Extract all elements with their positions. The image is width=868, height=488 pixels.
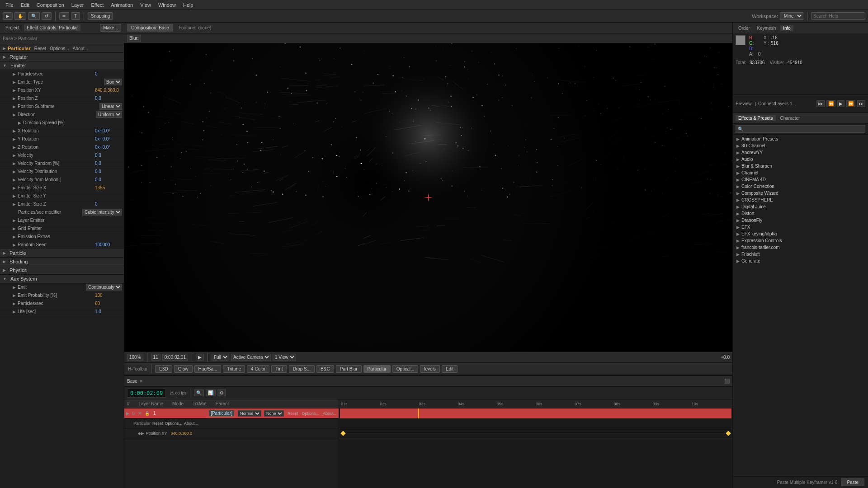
h-tint-btn[interactable]: Tint (271, 365, 287, 373)
pos-xy-expand[interactable]: ▶ (141, 431, 144, 436)
menu-effect[interactable]: Effect (87, 1, 107, 9)
aux-particles-sec-val[interactable]: 60 (95, 301, 122, 306)
cat-channel[interactable]: ▶ Channel (734, 169, 867, 176)
h-hue-btn[interactable]: Hue/Sa... (194, 365, 222, 373)
menu-composition[interactable]: Composition (33, 1, 68, 9)
menu-help[interactable]: Help (179, 1, 197, 9)
position-xy-val[interactable]: 640.0,360.0 (95, 88, 122, 93)
h-particular-btn[interactable]: Particular (363, 365, 391, 373)
about-btn[interactable]: About... (73, 46, 88, 51)
blur-btn[interactable]: Blur: (127, 35, 141, 42)
frame-btn[interactable]: 11 (151, 354, 160, 361)
layer-expand-1[interactable]: ▶ (126, 411, 129, 416)
effects-search-input[interactable] (736, 125, 865, 133)
layer-vis-1[interactable]: 👁 (138, 411, 142, 416)
layer-mode-1[interactable]: Normal (238, 410, 261, 417)
tool-select[interactable]: ▶ (3, 12, 13, 20)
preview-next-btn[interactable]: ⏭ (857, 100, 865, 107)
tool-hand[interactable]: ✋ (14, 12, 26, 20)
preview-prev-btn[interactable]: ⏮ (816, 100, 825, 107)
layer-about-1[interactable]: About... (323, 411, 337, 416)
tab-character[interactable]: Character (778, 115, 803, 121)
tl-graph-btn[interactable]: 📊 (206, 389, 216, 396)
random-seed-val[interactable]: 100000 (95, 242, 122, 247)
cat-audio[interactable]: ▶ Audio (734, 156, 867, 163)
h-optical-btn[interactable]: Optical... (392, 365, 418, 373)
cat-generate[interactable]: ▶ Generate (734, 258, 867, 264)
comp-tab-timeline[interactable]: Base (127, 379, 137, 384)
shading-section[interactable]: ▶ Shading (0, 258, 124, 266)
h-glow-btn[interactable]: Glow (174, 365, 193, 373)
preview-step-fwd-btn[interactable]: ⏩ (846, 100, 855, 107)
cat-blur-sharpen[interactable]: ▶ Blur & Sharpen (734, 163, 867, 169)
comp-tab[interactable]: Composition: Base (127, 24, 173, 32)
tab-effect-controls[interactable]: Effect Controls: Particular (24, 24, 80, 31)
direction-select[interactable]: Uniform (96, 111, 122, 118)
cat-distort[interactable]: ▶ Distort (734, 210, 867, 217)
snapping-btn[interactable]: Snapping (88, 12, 113, 20)
z-rotation-val[interactable]: 0x+0.0° (95, 145, 122, 150)
cat-francois[interactable]: ▶ francois-tarlier.com (734, 244, 867, 251)
h-levels-btn[interactable]: levels (420, 365, 440, 373)
aux-system-section[interactable]: ▼ Aux System (0, 275, 124, 283)
velocity-val[interactable]: 0.0 (95, 153, 122, 158)
view-count-select[interactable]: 1 View (273, 354, 296, 361)
workspace-select[interactable]: Mine (780, 12, 803, 20)
menu-window[interactable]: Window (155, 1, 179, 9)
emitter-size-x-val[interactable]: 1355 (95, 185, 122, 190)
emit-select[interactable]: Continuously (86, 284, 122, 291)
quality-select[interactable]: Full (212, 354, 229, 361)
menu-layer[interactable]: Layer (68, 1, 88, 9)
sub-about-btn[interactable]: About... (184, 421, 198, 426)
tab-effects-presets[interactable]: Effects & Presets (736, 115, 776, 121)
pos-xy-keyframe[interactable]: ◆ (138, 431, 141, 436)
particular-header[interactable]: ▶ Particular Reset Options... About... (0, 44, 124, 53)
tl-settings-btn[interactable]: ⚙ (217, 389, 226, 396)
timeline-close[interactable]: ✕ (139, 379, 143, 384)
cat-andrewyy[interactable]: ▶ AndrewYY (734, 149, 867, 156)
register-section[interactable]: ▶ Register (0, 53, 124, 61)
emitter-size-z-val[interactable]: 0 (95, 202, 122, 206)
tab-keymesh[interactable]: Keymesh (755, 25, 779, 31)
sub-options-btn[interactable]: Options... (165, 421, 183, 426)
layer-lock-1[interactable]: 🔒 (145, 411, 150, 416)
tab-project[interactable]: Project (3, 24, 22, 31)
emitter-section[interactable]: ▼ Emitter (0, 61, 124, 70)
cat-crossphere[interactable]: ▶ CROSSPHERE (734, 197, 867, 203)
keyframe-end[interactable] (726, 431, 731, 436)
tool-pen[interactable]: ✏ (59, 12, 69, 20)
cat-dranonfly[interactable]: ▶ DranonFly (734, 217, 867, 224)
particles-modifier-select[interactable]: Cubic Intensity (82, 209, 122, 216)
h-partblur-btn[interactable]: Part Blur (336, 365, 362, 373)
cat-color-correction[interactable]: ▶ Color Correction (734, 183, 867, 190)
cat-cinema4d[interactable]: ▶ CINEMA 4D (734, 176, 867, 183)
cat-frischluft[interactable]: ▶ Frischluft (734, 251, 867, 258)
make-btn[interactable]: Make... (100, 24, 121, 32)
emit-prob-val[interactable]: 100 (95, 293, 122, 298)
life-sec-val[interactable]: 1.0 (95, 309, 122, 314)
particles-sec-val[interactable]: 0 (95, 71, 122, 76)
cat-efx-keying[interactable]: ▶ EFX keying/alpha (734, 230, 867, 237)
h-edit-btn[interactable]: Edit (442, 365, 458, 373)
search-help-input[interactable] (811, 12, 865, 20)
sub-reset-btn[interactable]: Reset (152, 421, 163, 426)
view-select[interactable]: Active Camera (231, 354, 271, 361)
layer-reset-1[interactable]: Reset (288, 411, 298, 416)
x-rotation-val[interactable]: 0x+0.0° (95, 128, 122, 133)
menu-file[interactable]: File (2, 1, 17, 9)
h-e3d-btn[interactable]: E3D (155, 365, 172, 373)
tab-info[interactable]: Info (780, 25, 793, 31)
cat-efx[interactable]: ▶ EFX (734, 224, 867, 230)
cat-3d-channel[interactable]: ▶ 3D Channel (734, 142, 867, 149)
position-z-val[interactable]: 0.0 (95, 96, 122, 101)
tool-rotate[interactable]: ↺ (42, 12, 52, 20)
physics-section[interactable]: ▶ Physics (0, 266, 124, 275)
h-tritone-btn[interactable]: Tritone (223, 365, 245, 373)
h-4color-btn[interactable]: 4 Color (247, 365, 269, 373)
particle-section[interactable]: ▶ Particle (0, 249, 124, 258)
layer-trkmat-1[interactable]: None (264, 410, 284, 417)
track-bar-1[interactable] (340, 408, 731, 418)
vel-random-val[interactable]: 0.0 (95, 161, 122, 166)
cat-composite-wizard[interactable]: ▶ Composite Wizard (734, 190, 867, 197)
menu-edit[interactable]: Edit (17, 1, 33, 9)
